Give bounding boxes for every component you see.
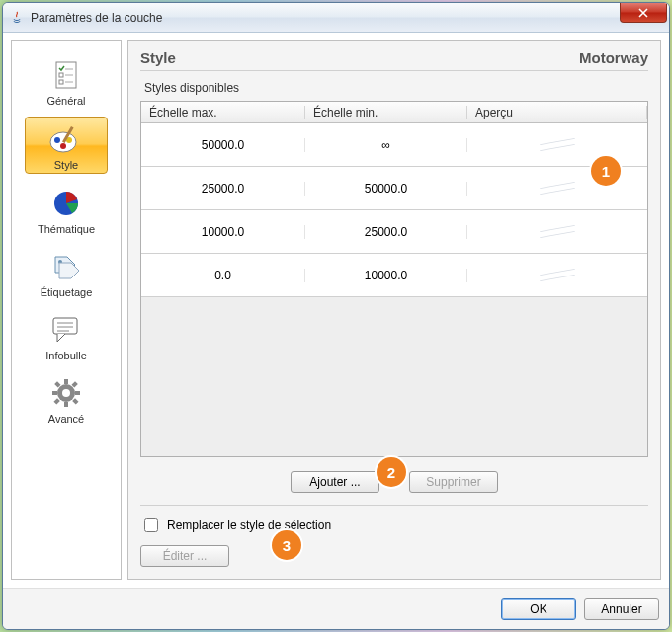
layer-name: Motorway xyxy=(579,49,648,66)
sidebar-item-label: Thématique xyxy=(38,223,95,235)
table-body: 50000.0 ∞ 25000.0 50000.0 10000.0 25000.… xyxy=(141,123,647,297)
cell-min: 10000.0 xyxy=(305,269,467,282)
cell-preview xyxy=(467,266,647,285)
svg-rect-26 xyxy=(53,398,59,404)
svg-rect-20 xyxy=(64,402,68,407)
cell-max: 50000.0 xyxy=(141,138,305,152)
cell-min: 25000.0 xyxy=(305,225,467,239)
replace-style-row: Remplacer le style de sélection xyxy=(140,512,648,545)
sidebar-item-general[interactable]: Général xyxy=(25,53,108,109)
callout-marker-3: 3 xyxy=(272,530,301,560)
checklist-icon xyxy=(44,57,88,93)
sidebar-item-label: Style xyxy=(54,159,78,171)
svg-rect-25 xyxy=(71,381,77,387)
cell-max: 0.0 xyxy=(141,269,305,282)
window-title: Paramètres de la couche xyxy=(31,11,162,25)
table-row[interactable]: 0.0 10000.0 xyxy=(141,254,647,297)
style-preview-icon xyxy=(538,266,577,285)
sidebar-item-advanced[interactable]: Avancé xyxy=(25,371,108,427)
styles-available-label: Styles disponibles xyxy=(144,81,648,95)
remove-button[interactable]: Supprimer xyxy=(409,471,498,493)
replace-selection-style-label: Remplacer le style de sélection xyxy=(167,518,331,532)
cell-max: 10000.0 xyxy=(141,225,305,239)
svg-rect-13 xyxy=(53,318,77,334)
sidebar: Général Style Thématique Étiquetage xyxy=(11,40,122,580)
callout-marker-1: 1 xyxy=(591,156,621,186)
close-button[interactable] xyxy=(620,3,667,23)
pie-chart-icon xyxy=(44,186,88,221)
cell-max: 25000.0 xyxy=(141,182,305,196)
cell-min: 50000.0 xyxy=(305,182,467,196)
dialog-window: Paramètres de la couche Général Style xyxy=(2,2,670,630)
svg-point-7 xyxy=(54,137,60,143)
style-preview-icon xyxy=(538,135,577,155)
col-scale-max: Échelle max. xyxy=(141,106,305,119)
main-panel: Style Motorway Styles disponibles Échell… xyxy=(127,40,661,580)
cancel-button[interactable]: Annuler xyxy=(584,598,659,620)
add-button[interactable]: Ajouter ... xyxy=(291,471,379,493)
edit-button[interactable]: Éditer ... xyxy=(140,545,229,567)
dialog-body: Général Style Thématique Étiquetage xyxy=(3,33,669,588)
cell-preview xyxy=(467,179,647,198)
titlebar[interactable]: Paramètres de la couche xyxy=(3,3,669,33)
palette-icon xyxy=(44,121,88,157)
sidebar-item-label: Général xyxy=(46,95,85,107)
edit-row: Éditer ... xyxy=(140,545,648,567)
sidebar-item-tooltip[interactable]: Infobulle xyxy=(25,308,108,363)
ok-button[interactable]: OK xyxy=(501,598,576,620)
tags-icon xyxy=(44,249,88,284)
svg-rect-23 xyxy=(54,381,60,387)
svg-point-18 xyxy=(62,389,70,397)
speech-bubble-icon xyxy=(44,312,88,348)
svg-rect-21 xyxy=(52,391,57,395)
replace-selection-style-checkbox[interactable] xyxy=(144,518,158,532)
svg-rect-19 xyxy=(64,379,68,384)
gear-icon xyxy=(44,375,88,411)
table-header: Échelle max. Échelle min. Aperçu xyxy=(141,102,647,123)
cell-preview xyxy=(467,222,647,242)
table-row[interactable]: 10000.0 25000.0 xyxy=(141,210,647,254)
svg-point-8 xyxy=(60,143,66,149)
svg-rect-22 xyxy=(75,391,80,395)
col-scale-min: Échelle min. xyxy=(305,106,467,119)
svg-rect-24 xyxy=(72,398,78,404)
sidebar-item-labeling[interactable]: Étiquetage xyxy=(25,245,108,300)
dialog-footer: OK Annuler xyxy=(3,588,669,629)
callout-marker-2: 2 xyxy=(377,457,406,487)
sidebar-item-label: Avancé xyxy=(48,413,85,425)
main-header: Style Motorway xyxy=(140,41,648,71)
cell-preview xyxy=(467,135,647,155)
style-preview-icon xyxy=(538,179,577,198)
section-title: Style xyxy=(140,49,176,66)
java-icon xyxy=(9,10,25,26)
cell-min: ∞ xyxy=(305,138,467,152)
separator xyxy=(140,505,648,506)
col-preview: Aperçu xyxy=(467,106,647,119)
table-row[interactable]: 50000.0 ∞ xyxy=(141,123,647,167)
sidebar-item-label: Infobulle xyxy=(45,350,87,361)
style-preview-icon xyxy=(538,222,577,242)
sidebar-item-label: Étiquetage xyxy=(41,286,93,298)
styles-table[interactable]: Échelle max. Échelle min. Aperçu 50000.0… xyxy=(140,101,648,457)
sidebar-item-style[interactable]: Style xyxy=(25,117,108,174)
sidebar-item-thematic[interactable]: Thématique xyxy=(25,182,108,237)
table-row[interactable]: 25000.0 50000.0 xyxy=(141,167,647,210)
